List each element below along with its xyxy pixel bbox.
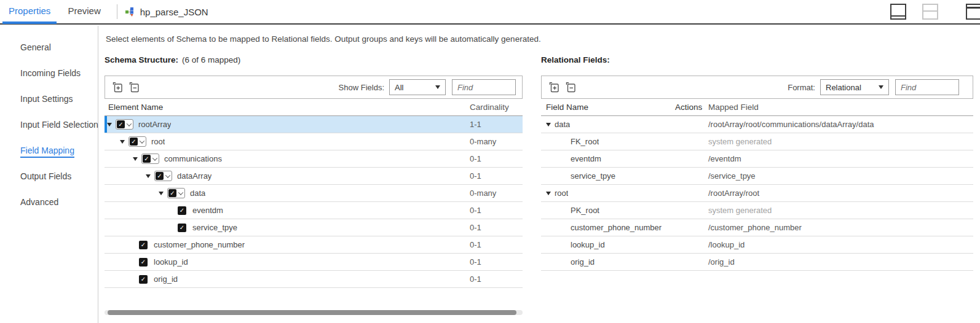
schema-row-dataArray[interactable]: ✓dataArray0-1	[105, 168, 523, 185]
sidebar-item-output-fields[interactable]: Output Fields	[0, 163, 98, 189]
element-name-label: lookup_id	[154, 257, 188, 267]
hierarchy-parser-icon	[125, 7, 135, 17]
element-name-cell: ✓rootArray	[105, 119, 468, 130]
schema-row-eventdm[interactable]: ✓eventdm0-1	[105, 202, 523, 219]
collapse-node-icon[interactable]	[107, 123, 112, 126]
checkbox-dropdown-control[interactable]: ✓	[116, 119, 133, 130]
field-name-label: orig_id	[571, 257, 595, 267]
checkbox-dropdown-control[interactable]: ✓	[167, 188, 185, 198]
element-name-cell: ✓lookup_id	[105, 257, 468, 267]
field-name-cell: PK_root	[541, 206, 675, 215]
element-name-label: service_tpye	[192, 223, 237, 232]
sidebar-item-field-mapping[interactable]: Field Mapping	[0, 138, 98, 163]
element-name-label: dataArray	[177, 171, 211, 181]
relational-table-body: data/rootArray/root/communications/dataA…	[541, 116, 973, 271]
checkbox-checked-icon[interactable]: ✓	[139, 241, 148, 249]
sidebar-item-input-settings[interactable]: Input Settings	[0, 86, 98, 112]
expand-all-icon[interactable]	[111, 81, 124, 93]
layout-toggle-group	[890, 4, 980, 20]
expand-all-icon[interactable]	[548, 81, 560, 93]
field-name-label: service_tpye	[571, 171, 615, 181]
cardinality-value: 0-1	[468, 154, 523, 163]
element-name-cell: ✓eventdm	[105, 206, 468, 215]
tab-properties[interactable]: Properties	[0, 0, 59, 24]
checkbox-checked-icon[interactable]: ✓	[178, 206, 186, 215]
relational-row-lookup_id[interactable]: lookup_id/lookup_id	[541, 236, 973, 254]
field-name-cell: FK_root	[541, 137, 675, 146]
checkbox-checked-icon[interactable]: ✓	[178, 224, 186, 232]
chevron-down-icon	[178, 190, 183, 195]
chevron-down-icon	[127, 121, 132, 126]
schema-row-service_tpye[interactable]: ✓service_tpye0-1	[105, 219, 523, 236]
mapped-field-value: /eventdm	[708, 154, 973, 163]
field-name-cell: root	[541, 189, 675, 198]
field-name-label: PK_root	[571, 206, 599, 215]
schema-row-lookup_id[interactable]: ✓lookup_id0-1	[105, 254, 523, 271]
element-name-cell: ✓dataArray	[105, 171, 468, 181]
schema-row-communications[interactable]: ✓communications0-1	[105, 150, 523, 168]
format-label: Format:	[788, 83, 815, 92]
mapped-field-value: /orig_id	[708, 257, 973, 267]
layout-bottom-panel-icon[interactable]	[890, 4, 906, 20]
schema-row-data[interactable]: ✓data0-many	[105, 185, 523, 202]
collapse-all-icon[interactable]	[128, 81, 140, 93]
horizontal-scrollbar-thumb[interactable]	[108, 310, 516, 315]
relational-row-orig_id[interactable]: orig_id/orig_id	[541, 254, 973, 271]
collapse-group-icon[interactable]	[546, 192, 551, 195]
field-name-cell: orig_id	[541, 257, 675, 267]
relational-find-input[interactable]	[895, 79, 959, 95]
relational-row-eventdm[interactable]: eventdm/eventdm	[541, 150, 973, 168]
schema-tree-body: ✓rootArray1-1✓root0-many✓communications0…	[105, 116, 523, 288]
collapse-all-icon[interactable]	[564, 81, 577, 93]
collapse-node-icon[interactable]	[133, 157, 138, 161]
collapse-node-icon[interactable]	[146, 174, 151, 178]
cardinality-value: 0-many	[468, 189, 523, 198]
tab-separator	[117, 4, 117, 19]
collapse-group-icon[interactable]	[546, 123, 551, 126]
schema-row-rootArray[interactable]: ✓rootArray1-1	[105, 116, 523, 133]
element-name-cell: ✓orig_id	[105, 274, 468, 284]
relational-row-customer_phone_number[interactable]: customer_phone_number/customer_phone_num…	[541, 219, 973, 236]
show-fields-label: Show Fields:	[339, 83, 384, 92]
checkbox-dropdown-control[interactable]: ✓	[128, 136, 146, 147]
field-name-header: Field Name	[541, 103, 675, 112]
relational-row-service_tpye[interactable]: service_tpye/service_tpye	[541, 168, 973, 185]
mapping-description: Select elements of Schema to be mapped t…	[106, 34, 541, 44]
show-fields-select[interactable]: All	[389, 79, 446, 95]
checkbox-dropdown-control[interactable]: ✓	[154, 171, 172, 181]
show-fields-value: All	[395, 83, 430, 92]
layout-split-panel-icon[interactable]	[922, 4, 938, 20]
properties-sidebar: GeneralIncoming FieldsInput SettingsInpu…	[0, 26, 98, 323]
element-name-label: eventdm	[192, 206, 223, 215]
tab-preview[interactable]: Preview	[59, 0, 109, 24]
sidebar-item-general[interactable]: General	[0, 34, 98, 60]
field-name-label: FK_root	[571, 137, 599, 146]
checkbox-checked-icon: ✓	[130, 138, 138, 146]
checkbox-checked-icon[interactable]: ✓	[139, 258, 148, 267]
schema-row-orig_id[interactable]: ✓orig_id0-1	[105, 271, 523, 288]
relational-row-root[interactable]: root/rootArray/root	[541, 185, 973, 202]
element-name-label: data	[190, 189, 205, 198]
field-name-cell: data	[541, 120, 675, 129]
mapped-field-header: Mapped Field	[708, 103, 973, 112]
cardinality-value: 0-1	[468, 240, 523, 249]
schema-row-customer_phone_number[interactable]: ✓customer_phone_number0-1	[105, 236, 523, 254]
sidebar-item-advanced[interactable]: Advanced	[0, 189, 98, 215]
relational-row-PK_root[interactable]: PK_rootsystem generated	[541, 202, 973, 219]
relational-row-data[interactable]: data/rootArray/root/communications/dataA…	[541, 116, 973, 133]
relational-row-FK_root[interactable]: FK_rootsystem generated	[541, 133, 973, 150]
dropdown-caret-icon	[435, 85, 440, 89]
schema-row-root[interactable]: ✓root0-many	[105, 133, 523, 150]
format-select[interactable]: Relational	[820, 79, 889, 95]
schema-find-input[interactable]	[452, 79, 516, 95]
checkbox-checked-icon[interactable]: ✓	[139, 275, 148, 284]
sidebar-item-input-field-selection[interactable]: Input Field Selection	[0, 112, 98, 138]
collapse-node-icon[interactable]	[159, 192, 164, 195]
checkbox-dropdown-control[interactable]: ✓	[141, 154, 159, 164]
sidebar-item-incoming-fields[interactable]: Incoming Fields	[0, 60, 98, 86]
field-name-cell: customer_phone_number	[541, 223, 675, 232]
field-name-label: customer_phone_number	[571, 223, 662, 232]
collapse-node-icon[interactable]	[120, 140, 125, 144]
schema-toolbar: Show Fields: All	[105, 76, 523, 99]
layout-top-panel-icon[interactable]	[966, 4, 980, 20]
